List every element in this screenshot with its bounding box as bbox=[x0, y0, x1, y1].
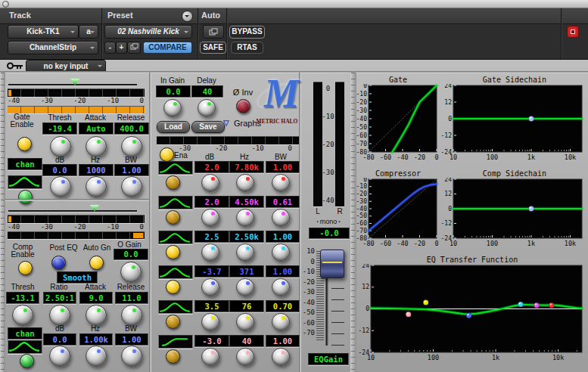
eq-band-freq-display[interactable]: 4.50k bbox=[229, 196, 264, 208]
eq-transfer-graph-title: EQ Transfer Function bbox=[356, 256, 588, 264]
knob-indicator-dot bbox=[211, 212, 215, 215]
eq-band-gain-display[interactable]: -3.7 bbox=[194, 265, 229, 277]
eq-band-freq-display[interactable]: 7.80k bbox=[229, 161, 264, 173]
eqgain-label-display[interactable]: EQGain bbox=[308, 353, 349, 365]
eq-band-bw-knob[interactable] bbox=[272, 348, 290, 366]
eq-band-gain-knob[interactable] bbox=[201, 313, 219, 331]
eq-band-bw-knob[interactable] bbox=[272, 278, 290, 296]
knob-indicator-dot bbox=[282, 177, 285, 181]
eq-band-bw-display[interactable]: 1.00 bbox=[266, 335, 300, 347]
knob-indicator-dot bbox=[246, 177, 250, 181]
eq-band-gain-display[interactable]: -3.0 bbox=[194, 335, 229, 347]
eq-band-freq-knob[interactable] bbox=[236, 174, 254, 192]
eq-band-gain-knob[interactable] bbox=[201, 243, 219, 262]
graph-handle[interactable] bbox=[423, 300, 428, 305]
compressor-graph[interactable]: 0-10-20-30-40-50-60-70-80-80-60-40-200 bbox=[356, 178, 440, 250]
eq-band-gain-knob[interactable] bbox=[201, 278, 219, 296]
eq-band-gain-display[interactable]: 2.0 bbox=[194, 196, 229, 208]
graph-handle[interactable] bbox=[528, 116, 534, 122]
output-level-display[interactable]: -0.0 bbox=[309, 228, 350, 239]
graph-handle[interactable] bbox=[549, 302, 554, 308]
eq-band-gain-display[interactable]: 3.5 bbox=[194, 300, 229, 312]
mono-label[interactable]: mono bbox=[310, 218, 347, 225]
eq-band-bw-display[interactable]: 1.00 bbox=[266, 265, 300, 277]
eq-band-freq-display[interactable]: 40 bbox=[229, 335, 264, 347]
eq-band-freq-knob[interactable] bbox=[236, 278, 254, 296]
eq-band-freq-knob[interactable] bbox=[236, 243, 254, 262]
gate-graph-title: Gate bbox=[356, 76, 440, 84]
svg-text:100: 100 bbox=[487, 153, 498, 161]
eq-band-bw-knob[interactable] bbox=[272, 209, 290, 227]
compressor-graph-title: Compressor bbox=[356, 169, 440, 178]
shelf-curve-icon bbox=[159, 336, 191, 348]
knob-indicator-dot bbox=[282, 281, 285, 285]
eq-band-enable-button[interactable] bbox=[166, 349, 180, 364]
eq-band-enable-button[interactable] bbox=[166, 245, 180, 259]
scale-label: -10 bbox=[321, 113, 335, 120]
eq-band-bw-display[interactable]: 0.70 bbox=[266, 300, 300, 312]
knob-indicator-dot bbox=[246, 281, 250, 285]
svg-text:-50: -50 bbox=[356, 124, 367, 131]
svg-text:-30: -30 bbox=[356, 107, 367, 114]
eq-band-shape-button[interactable] bbox=[158, 300, 193, 314]
eq-band-enable-button[interactable] bbox=[166, 210, 180, 225]
scale-label: -20 bbox=[321, 141, 335, 148]
eq-transfer-graph[interactable]: 24120-12-24101001k10k bbox=[356, 264, 588, 366]
svg-text:10k: 10k bbox=[565, 240, 576, 247]
knob-indicator-dot bbox=[246, 246, 250, 250]
graph-handle[interactable] bbox=[528, 206, 534, 212]
eq-band-freq-knob[interactable] bbox=[236, 313, 254, 331]
eq-band-freq-display[interactable]: 76 bbox=[229, 300, 264, 312]
eq-band-gain-knob[interactable] bbox=[201, 174, 219, 192]
eq-band-shape-button[interactable] bbox=[158, 196, 193, 209]
eq-band-gain-display[interactable]: 2.5 bbox=[194, 231, 229, 243]
scale-label: -60 bbox=[303, 319, 315, 327]
eq-band-freq-knob[interactable] bbox=[236, 348, 254, 366]
graph-handle[interactable] bbox=[406, 312, 411, 317]
eq-band-shape-button[interactable] bbox=[158, 265, 193, 279]
graph-handle[interactable] bbox=[466, 313, 471, 318]
comp-sidechain-graph[interactable]: 24120-12-24101001k10k bbox=[441, 178, 588, 250]
eq-band-row: 2.07.80k1.00 bbox=[156, 161, 301, 196]
eq-band-freq-display[interactable]: 2.50k bbox=[229, 231, 264, 243]
eq-band-enable-button[interactable] bbox=[166, 280, 180, 294]
svg-text:-20: -20 bbox=[356, 99, 367, 106]
graph-handle[interactable] bbox=[534, 302, 539, 308]
svg-text:1k: 1k bbox=[527, 153, 535, 161]
svg-text:0: 0 bbox=[448, 116, 452, 122]
eq-band-bw-display[interactable]: 1.00 bbox=[266, 161, 300, 173]
knob-indicator-dot bbox=[246, 316, 250, 320]
svg-text:10: 10 bbox=[367, 354, 375, 361]
eq-band-freq-knob[interactable] bbox=[236, 209, 254, 227]
svg-text:0: 0 bbox=[434, 240, 438, 247]
eq-band-gain-knob[interactable] bbox=[201, 348, 219, 366]
eq-band-bw-display[interactable]: 0.61 bbox=[266, 196, 300, 208]
eq-band-gain-knob[interactable] bbox=[201, 209, 219, 227]
eq-band-enable-button[interactable] bbox=[166, 175, 180, 190]
knob-indicator-dot bbox=[246, 351, 250, 355]
gate-sidechain-graph[interactable]: 24120-12-24101001k10k bbox=[441, 84, 588, 163]
knob-indicator-dot bbox=[246, 212, 250, 215]
svg-text:10k: 10k bbox=[565, 153, 576, 161]
gate-graph[interactable]: 0-10-20-30-40-50-60-70-80-80-60-40-200 bbox=[356, 84, 440, 163]
eq-band-row: 2.04.50k0.61 bbox=[156, 196, 301, 231]
eq-band-shape-button[interactable] bbox=[158, 231, 193, 244]
eq-band-enable-button[interactable] bbox=[166, 315, 180, 329]
bell-curve-icon bbox=[159, 162, 191, 174]
svg-text:-40: -40 bbox=[397, 240, 408, 247]
eq-band-shape-button[interactable] bbox=[158, 335, 193, 349]
eq-band-bw-knob[interactable] bbox=[272, 243, 290, 262]
eq-band-gain-display[interactable]: 2.0 bbox=[194, 161, 229, 173]
eq-band-bw-knob[interactable] bbox=[272, 313, 290, 331]
svg-text:-40: -40 bbox=[397, 153, 408, 161]
eq-band-freq-display[interactable]: 371 bbox=[229, 265, 264, 277]
eq-band-shape-button[interactable] bbox=[158, 161, 193, 175]
eq-band-bw-knob[interactable] bbox=[272, 174, 290, 192]
svg-text:10: 10 bbox=[450, 240, 457, 247]
svg-text:100: 100 bbox=[487, 240, 498, 247]
eq-band-bw-display[interactable]: 1.00 bbox=[266, 231, 300, 243]
graph-handle[interactable] bbox=[518, 302, 523, 307]
svg-text:-80: -80 bbox=[362, 240, 374, 247]
eq-gain-fader[interactable] bbox=[320, 250, 344, 278]
knob-indicator-dot bbox=[282, 246, 285, 250]
